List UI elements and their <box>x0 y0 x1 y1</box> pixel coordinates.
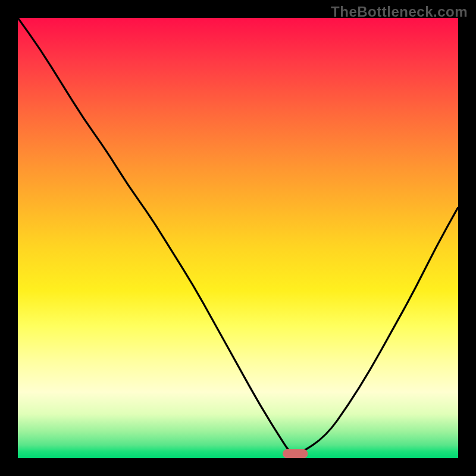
watermark-text: TheBottleneck.com <box>331 4 468 20</box>
optimal-point-marker <box>283 449 308 458</box>
bottleneck-chart-area <box>18 18 458 458</box>
bottleneck-curve <box>18 18 458 454</box>
chart-svg <box>18 18 458 458</box>
